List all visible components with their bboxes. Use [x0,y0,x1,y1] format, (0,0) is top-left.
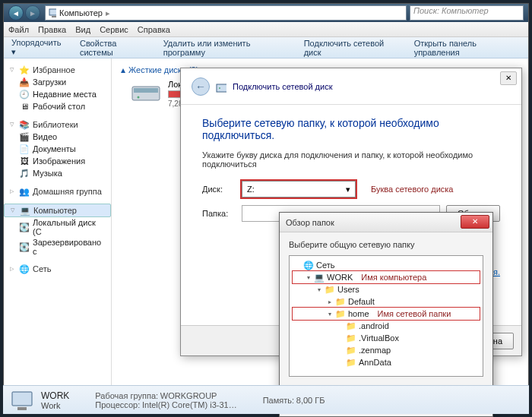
status-sub: Work [41,401,69,410]
sidebar-item-music[interactable]: 🎵Музыка [4,167,111,179]
svg-rect-0 [49,9,56,15]
downloads-icon: 📥 [19,77,30,87]
tb-organize[interactable]: Упорядочить ▾ [11,38,66,57]
menu-tools[interactable]: Сервис [100,25,128,34]
tb-uninstall[interactable]: Удалить или изменить программу [163,39,290,57]
breadcrumb[interactable]: Компьютер [59,8,103,17]
disk-label: Диск: [202,185,236,194]
nav-back-button[interactable]: ◄ [8,5,24,21]
svg-rect-3 [134,88,158,93]
menu-help[interactable]: Справка [138,25,170,34]
folder-label: Папка: [202,209,236,218]
recent-icon: 🕘 [19,89,30,100]
titlebar: ◄ ► Компьютер ▸ Поиск: Компьютер [4,4,528,22]
status-bar: WORK Work Рабочая группа: WORKGROUP Проц… [3,385,529,414]
status-memory: Память: 8,00 ГБ [263,396,325,405]
menu-edit[interactable]: Правка [38,25,66,34]
tb-control-panel[interactable]: Открыть панель управления [414,39,521,57]
annotation-share-name: Имя сетевой папки [378,309,451,318]
svg-point-6 [219,87,220,89]
tree-node-virtualbox[interactable]: 📁.VirtualBox [293,332,480,344]
svg-point-4 [138,96,140,99]
tree-node-anndata[interactable]: 📁AnnData [293,356,480,368]
tb-system-props[interactable]: Свойства системы [80,39,150,57]
chevron-down-icon: ▾ [346,185,350,194]
sidebar-homegroup[interactable]: 👥Домашняя группа [4,185,111,197]
computer-large-icon [11,389,33,412]
computer-icon: 💻 [314,272,325,283]
browse-body: Выберите общую сетевую папку 🌐Сеть ▾💻WOR… [280,232,492,384]
tree-node-work[interactable]: ▾💻WORKИмя компьютера [293,271,480,283]
disk-annotation: Буква сетевого диска [371,185,454,194]
browse-subtitle: Выберите общую сетевую папку [289,240,483,249]
svg-rect-1 [52,16,56,17]
tree-node-home[interactable]: ▾📁homeИмя сетевой папки [293,308,480,320]
star-icon: ⭐ [19,65,30,75]
wizard-subtitle: Укажите букву диска для подключения и па… [202,150,500,169]
menubar: Файл Правка Вид Сервис Справка [4,22,528,37]
sidebar-item-recent[interactable]: 🕘Недавние места [4,88,111,100]
wizard-heading: Выберите сетевую папку, к которой необхо… [202,117,500,141]
sidebar-item-documents[interactable]: 📄Документы [4,143,111,155]
video-icon: 🎬 [19,131,30,142]
svg-rect-7 [12,392,32,406]
network-icon: 🌐 [19,264,30,274]
search-input[interactable]: Поиск: Компьютер [410,5,524,21]
tree-node-android[interactable]: 📁.android [293,320,480,332]
wizard-close-button[interactable]: ✕ [500,71,517,85]
tree-node-network[interactable]: 🌐Сеть [293,259,480,271]
tree-node-default[interactable]: ▸📁Default [293,295,480,308]
computer-icon: 💻 [20,205,30,216]
wizard-title-small: Подключить сетевой диск [233,82,332,91]
tb-map-drive[interactable]: Подключить сетевой диск [304,39,401,57]
sidebar-libraries-header[interactable]: 📚Библиотеки [4,118,111,131]
menu-file[interactable]: Файл [8,25,29,34]
breadcrumb-sep: ▸ [106,8,110,18]
status-name-block: WORK Work [41,390,69,410]
drive-icon: 💽 [19,222,30,232]
svg-rect-8 [17,407,27,410]
sidebar-item-videos[interactable]: 🎬Видео [4,131,111,143]
browse-title: Обзор папок [286,218,334,227]
computer-icon [49,8,59,18]
status-computer-name: WORK [41,390,69,401]
sidebar-item-pictures[interactable]: 🖼Изображения [4,155,111,167]
status-workgroup: Рабочая группа: WORKGROUP Процессор: Int… [95,391,236,409]
sidebar-item-downloads[interactable]: 📥Загрузки [4,76,111,88]
folder-icon: 📁 [346,345,356,355]
folder-icon: 📁 [335,308,346,319]
folder-icon: 📁 [325,284,335,295]
back-arrow-icon[interactable]: ← [192,77,210,96]
browse-close-button[interactable]: ✕ [461,215,489,229]
browse-titlebar: Обзор папок ✕ [280,213,492,232]
sidebar-item-localdisk[interactable]: 💽Локальный диск (C [4,217,111,237]
address-bar[interactable]: Компьютер ▸ [45,5,407,21]
map-drive-icon [216,81,226,92]
folder-icon: 📁 [346,333,356,343]
folder-icon: 📁 [335,296,346,307]
sidebar-item-desktop[interactable]: 🖥Рабочий стол [4,100,111,112]
drive-icon: 💽 [19,242,30,252]
tree-node-users[interactable]: ▾📁Users [293,283,480,295]
folder-icon: 📁 [346,321,356,331]
folder-icon: 📁 [346,357,356,368]
sidebar-network[interactable]: 🌐Сеть [4,263,111,275]
explorer-window: ◄ ► Компьютер ▸ Поиск: Компьютер Файл Пр… [3,3,529,414]
annotation-computer-name: Имя компьютера [361,273,426,282]
sidebar-computer[interactable]: 💻Компьютер [4,204,111,217]
disk-letter-select[interactable]: Z: ▾ [242,181,356,197]
tree-node-zenmap[interactable]: 📁.zenmap [293,344,480,356]
toolbar: Упорядочить ▾ Свойства системы Удалить и… [4,37,528,58]
homegroup-icon: 👥 [19,186,30,197]
music-icon: 🎵 [19,168,30,178]
folder-tree[interactable]: 🌐Сеть ▾💻WORKИмя компьютера ▾📁Users ▸📁Def… [289,255,483,377]
libraries-icon: 📚 [19,119,30,130]
sidebar-favorites-header[interactable]: ⭐Избранное [4,64,111,76]
nav-forward-button[interactable]: ► [25,5,40,21]
menu-view[interactable]: Вид [75,25,90,34]
pictures-icon: 🖼 [19,156,30,166]
desktop-icon: 🖥 [19,101,30,112]
drive-icon [130,80,162,104]
sidebar-item-reserved[interactable]: 💽Зарезервировано с [4,237,111,257]
document-icon: 📄 [19,144,30,154]
